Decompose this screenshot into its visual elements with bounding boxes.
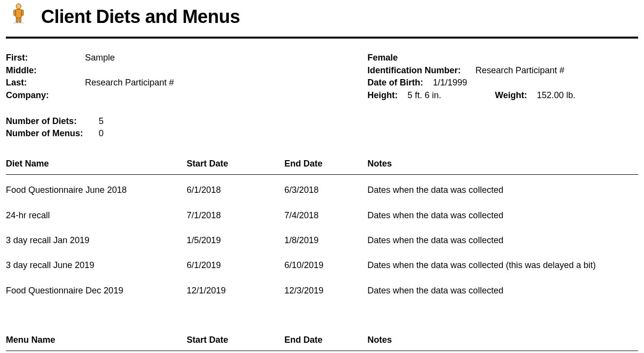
menu-header-start: Start Date xyxy=(187,332,284,351)
diet-cell-start: 1/5/2019 xyxy=(187,228,284,253)
diet-cell-notes: Dates when the data was collected xyxy=(367,228,638,253)
value-num-menus: 0 xyxy=(99,128,104,139)
table-row: Food Questionnaire Dec 201912/1/201912/3… xyxy=(6,278,638,303)
diet-header-notes: Notes xyxy=(367,156,638,175)
diet-cell-end: 6/10/2019 xyxy=(284,253,367,278)
label-dob: Date of Birth: xyxy=(367,78,423,87)
diet-cell-start: 12/1/2019 xyxy=(187,278,284,303)
field-num-menus: Number of Menus: 0 xyxy=(6,128,638,139)
diet-table-header-row: Diet Name Start Date End Date Notes xyxy=(6,156,638,175)
table-row: 3 day recall June 20196/1/20196/10/2019D… xyxy=(6,253,638,278)
field-identification: Identification Number: Research Particip… xyxy=(367,65,638,76)
diet-cell-name: 3 day recall June 2019 xyxy=(6,253,187,278)
client-info-left: First: Sample Middle: Last: Research Par… xyxy=(6,52,367,102)
field-last: Last: Research Participant # xyxy=(6,77,367,88)
client-info-right: Female Identification Number: Research P… xyxy=(367,52,638,102)
diet-cell-start: 6/1/2018 xyxy=(187,175,284,203)
value-gender: Female xyxy=(367,53,398,62)
menu-header-end: End Date xyxy=(284,332,367,351)
diet-cell-end: 7/4/2018 xyxy=(284,203,367,228)
diet-header-name: Diet Name xyxy=(6,156,187,175)
svg-rect-1 xyxy=(16,9,21,18)
menu-table: Menu Name Start Date End Date Notes xyxy=(6,332,638,351)
diet-cell-end: 12/3/2019 xyxy=(284,278,367,303)
menu-table-header-row: Menu Name Start Date End Date Notes xyxy=(6,332,638,351)
label-identification: Identification Number: xyxy=(367,65,461,75)
svg-rect-4 xyxy=(16,18,18,22)
field-gender: Female xyxy=(367,52,638,63)
label-first: First: xyxy=(6,52,85,63)
field-middle: Middle: xyxy=(6,65,367,76)
label-num-diets: Number of Diets: xyxy=(6,116,99,127)
svg-rect-2 xyxy=(14,10,16,16)
person-icon xyxy=(12,3,25,26)
value-first: Sample xyxy=(85,52,115,63)
diet-cell-name: 3 day recall Jan 2019 xyxy=(6,228,187,253)
diet-header-end: End Date xyxy=(284,156,367,175)
field-dob: Date of Birth: 1/1/1999 xyxy=(367,77,638,88)
value-dob: 1/1/1999 xyxy=(433,78,467,87)
value-num-diets: 5 xyxy=(99,116,104,127)
diet-cell-start: 6/1/2019 xyxy=(187,253,284,278)
diet-cell-notes: Dates when the data was collected xyxy=(367,203,638,228)
label-company: Company: xyxy=(6,90,85,101)
label-num-menus: Number of Menus: xyxy=(6,128,99,139)
diet-cell-name: Food Questionnaire June 2018 xyxy=(6,175,187,203)
svg-rect-5 xyxy=(19,18,21,22)
label-height: Height: xyxy=(367,90,398,100)
field-height-weight: Height: 5 ft. 6 in. Weight: 152.00 lb. xyxy=(367,90,638,101)
client-info: First: Sample Middle: Last: Research Par… xyxy=(6,52,638,102)
value-height: 5 ft. 6 in. xyxy=(408,90,441,100)
diet-cell-end: 1/8/2019 xyxy=(284,228,367,253)
field-num-diets: Number of Diets: 5 xyxy=(6,116,638,127)
svg-rect-3 xyxy=(21,10,23,16)
diet-cell-notes: Dates when the data was collected xyxy=(367,175,638,203)
diet-table: Diet Name Start Date End Date Notes Food… xyxy=(6,156,638,303)
table-row: 24-hr recall7/1/20187/4/2018Dates when t… xyxy=(6,203,638,228)
menu-header-notes: Notes xyxy=(367,332,638,351)
table-row: Food Questionnaire June 20186/1/20186/3/… xyxy=(6,175,638,203)
table-row: 3 day recall Jan 20191/5/20191/8/2019Dat… xyxy=(6,228,638,253)
label-middle: Middle: xyxy=(6,65,85,76)
field-company: Company: xyxy=(6,90,367,101)
diet-cell-notes: Dates when the data was collected (this … xyxy=(367,253,638,278)
diet-cell-end: 6/3/2018 xyxy=(284,175,367,203)
menu-header-name: Menu Name xyxy=(6,332,187,351)
page-title: Client Diets and Menus xyxy=(41,5,240,29)
value-weight: 152.00 lb. xyxy=(537,90,576,100)
value-last: Research Participant # xyxy=(85,77,174,88)
svg-point-0 xyxy=(16,3,21,9)
field-first: First: Sample xyxy=(6,52,367,63)
diet-cell-notes: Dates when the data was collected xyxy=(367,278,638,303)
diet-cell-name: Food Questionnaire Dec 2019 xyxy=(6,278,187,303)
label-last: Last: xyxy=(6,77,85,88)
diet-header-start: Start Date xyxy=(187,156,284,175)
divider-thick xyxy=(6,37,638,39)
diet-cell-start: 7/1/2018 xyxy=(187,203,284,228)
label-weight: Weight: xyxy=(495,90,527,100)
report-header: Client Diets and Menus xyxy=(6,5,638,37)
svg-point-6 xyxy=(13,22,24,23)
counts-block: Number of Diets: 5 Number of Menus: 0 xyxy=(6,116,638,140)
diet-cell-name: 24-hr recall xyxy=(6,203,187,228)
value-identification: Research Participant # xyxy=(475,65,564,75)
